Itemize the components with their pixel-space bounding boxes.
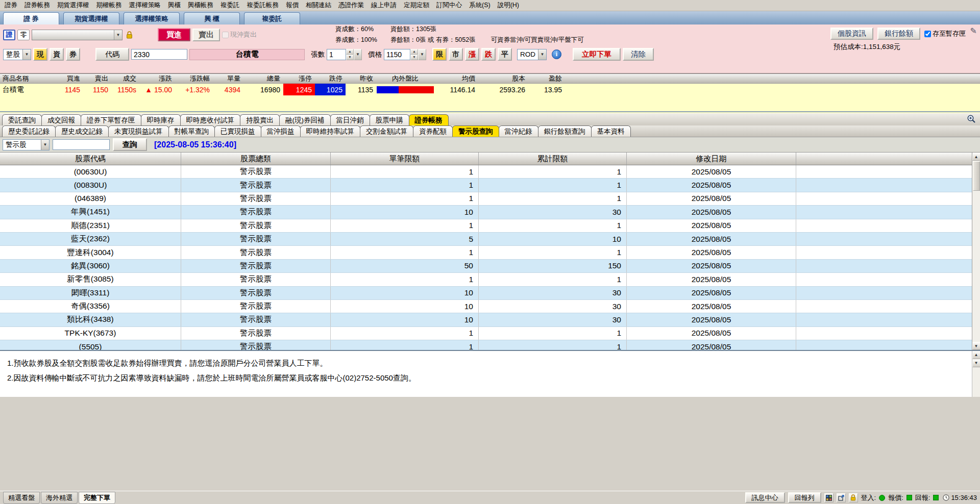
cash-button[interactable]: 現 — [33, 48, 47, 61]
tif-select[interactable]: ROD ▼ — [517, 49, 547, 60]
function-subtab[interactable]: 當沖損益 — [261, 125, 301, 137]
table-row[interactable]: (5505) 警示股票 1 1 2025/08/05 — [0, 340, 972, 350]
quote-row-tsmc[interactable]: 台積電 1145 1150 1150s ▲ 15.00 +1.32% 4394 … — [0, 84, 980, 95]
margin-buy-button[interactable]: 資 — [50, 48, 64, 61]
quantity-up-icon[interactable]: ▲ — [346, 49, 354, 55]
function-tab[interactable]: 證券帳務 — [409, 114, 449, 125]
menu-item[interactable]: 期權帳務 — [93, 0, 126, 11]
table-row[interactable]: (00830U) 警示股票 1 1 2025/08/05 — [0, 179, 972, 192]
function-subtab[interactable]: 歷史委託記錄 — [2, 125, 56, 137]
function-subtab[interactable]: 銀行餘額查詢 — [538, 125, 592, 137]
price-down-icon[interactable]: ▼ — [410, 55, 418, 60]
lock-icon[interactable] — [849, 493, 858, 502]
symbol-history-select[interactable]: ▼ — [32, 30, 122, 40]
function-subtab[interactable]: 基本資料 — [591, 125, 631, 137]
col-header-modified-date[interactable]: 修改日期 — [627, 153, 796, 165]
workspace-tab[interactable]: 海外精選 — [41, 492, 78, 504]
lot-type-select[interactable]: 整股 ▼ — [3, 49, 31, 60]
col-header-single-limit[interactable]: 單筆限額 — [331, 153, 479, 165]
menu-item[interactable]: 選擇權策略 — [126, 0, 165, 11]
market-price-button[interactable]: 市 — [449, 48, 463, 61]
scroll-up-icon[interactable]: ▲ — [972, 351, 980, 359]
sell-button[interactable]: 賣出 — [192, 29, 220, 41]
scroll-down-icon[interactable]: ▼ — [972, 359, 980, 367]
main-tab[interactable]: 興 櫃 — [184, 12, 240, 24]
table-row[interactable]: 新零售(3085) 警示股票 1 1 2025/08/05 — [0, 273, 972, 286]
quantity-input[interactable] — [327, 49, 346, 60]
message-center-button[interactable]: 訊息中心 — [745, 492, 785, 503]
function-tab[interactable]: 持股賣出 — [240, 114, 280, 125]
flat-price-button[interactable]: 平 — [498, 48, 512, 61]
function-tab[interactable]: 成交回報 — [41, 114, 81, 125]
stock-code-button[interactable]: 代碼 — [95, 48, 129, 61]
table-row[interactable]: 年興(1451) 警示股票 10 30 2025/08/05 — [0, 206, 972, 219]
scroll-up-icon[interactable]: ▲ — [972, 153, 980, 161]
limit-down-button[interactable]: 跌 — [481, 48, 496, 61]
buy-button[interactable]: 買進 — [158, 28, 190, 41]
stock-code-input[interactable] — [131, 49, 187, 60]
notes-scrollbar[interactable]: ▲ ▼ — [972, 351, 980, 397]
menu-item[interactable]: 複委託帳務 — [243, 0, 283, 11]
table-row[interactable]: TPK-KY(3673) 警示股票 1 1 2025/08/05 — [0, 327, 972, 340]
quantity-dropdown-icon[interactable]: ▼ — [354, 49, 362, 60]
function-subtab[interactable]: 對帳單查詢 — [168, 125, 215, 137]
menu-item[interactable]: 線上申請 — [368, 0, 400, 11]
table-row[interactable]: (00630U) 警示股票 1 1 2025/08/05 — [0, 165, 972, 179]
main-tab[interactable]: 證 券 — [3, 12, 59, 24]
function-subtab[interactable]: 即時維持率試算 — [300, 125, 361, 137]
query-code-input[interactable] — [53, 139, 110, 150]
report-list-button[interactable]: 回報列 — [788, 492, 821, 503]
quantity-down-icon[interactable]: ▼ — [346, 55, 354, 60]
table-row[interactable]: 順德(2351) 警示股票 1 1 2025/08/05 — [0, 219, 972, 233]
edit-pencil-icon[interactable]: ✎ — [970, 26, 977, 36]
menu-item[interactable]: 系統(S) — [465, 0, 494, 11]
table-scrollbar[interactable]: ▲ ▼ — [972, 153, 980, 350]
lock-icon[interactable] — [126, 31, 133, 39]
price-up-icon[interactable]: ▲ — [410, 49, 418, 55]
menu-item[interactable]: 定期定額 — [400, 0, 433, 11]
short-sell-button[interactable]: 券 — [66, 48, 80, 61]
main-tab[interactable]: 選擇權策略 — [124, 12, 180, 24]
menu-item[interactable]: 證券 — [1, 0, 21, 11]
grid-layout-icon[interactable] — [824, 493, 834, 502]
function-tab[interactable]: 委託查詢 — [2, 114, 42, 125]
table-row[interactable]: 奇偶(3356) 警示股票 10 30 2025/08/05 — [0, 300, 972, 313]
submit-order-button[interactable]: 立即下單 — [573, 48, 621, 61]
bank-balance-button[interactable]: 銀行餘額 — [877, 28, 920, 40]
scrollbar-thumb[interactable] — [973, 161, 980, 191]
workspace-tab[interactable]: 完整下單 — [79, 492, 115, 504]
function-subtab[interactable]: 當沖紀錄 — [499, 125, 538, 137]
day-trade-sell-checkbox[interactable] — [222, 32, 229, 38]
odd-lot-chip[interactable]: 零 — [17, 30, 30, 40]
function-subtab[interactable]: 未實現損益試算 — [108, 125, 169, 137]
function-tab[interactable]: 當日沖銷 — [330, 114, 370, 125]
warning-category-select[interactable]: 警示股 ▼ — [3, 139, 50, 150]
price-dropdown-icon[interactable]: ▼ — [418, 49, 426, 60]
price-input[interactable] — [384, 49, 410, 60]
popout-icon[interactable] — [837, 493, 846, 502]
query-button[interactable]: 查詢 — [113, 138, 147, 151]
menu-item[interactable]: 訂閱中心 — [433, 0, 465, 11]
workspace-tab[interactable]: 精選看盤 — [3, 492, 40, 504]
menu-item[interactable]: 相關連結 — [302, 0, 335, 11]
limit-up-button[interactable]: 漲 — [465, 48, 479, 61]
menu-item[interactable]: 證券帳務 — [21, 0, 54, 11]
main-tab[interactable]: 期貨選擇權 — [63, 12, 119, 24]
menu-item[interactable]: 憑證作業 — [335, 0, 368, 11]
limit-price-button[interactable]: 限 — [432, 48, 447, 61]
zoom-in-icon[interactable] — [967, 114, 976, 125]
scroll-down-icon[interactable]: ▼ — [972, 342, 980, 350]
info-icon[interactable]: i — [552, 49, 561, 59]
securities-lot-chip[interactable]: 證 — [3, 30, 15, 40]
function-subtab[interactable]: 交割金額試算 — [360, 125, 413, 137]
function-tab[interactable]: 股票申購 — [370, 114, 409, 125]
function-subtab[interactable]: 警示股查詢 — [452, 125, 499, 137]
col-header-stock-code[interactable]: 股票代碼 — [0, 153, 181, 165]
function-subtab[interactable]: 資券配額 — [413, 125, 453, 137]
menu-item[interactable]: 興櫃帳務 — [184, 0, 217, 11]
menu-item[interactable]: 興櫃 — [164, 0, 184, 11]
table-row[interactable]: (046389) 警示股票 1 1 2025/08/05 — [0, 192, 972, 206]
main-tab[interactable]: 複委託 — [244, 12, 300, 24]
save-draft-checkbox[interactable] — [924, 31, 931, 37]
function-subtab[interactable]: 歷史成交記錄 — [55, 125, 109, 137]
